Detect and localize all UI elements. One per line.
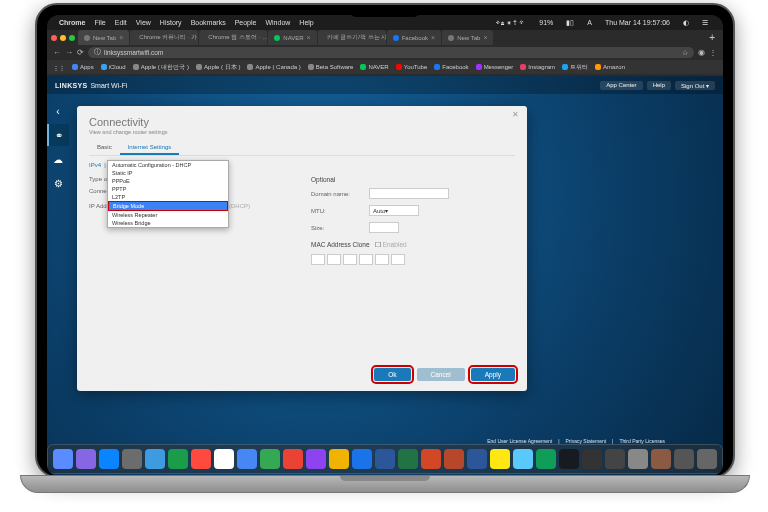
dock-app-icon[interactable] [168,449,188,469]
input-lang[interactable]: A [587,19,592,26]
dock-app-icon[interactable] [398,449,418,469]
dock-app-icon[interactable] [306,449,326,469]
domain-input[interactable] [369,188,449,199]
mac-1[interactable] [311,254,325,265]
bookmark-item[interactable]: 트위터 [562,63,588,72]
dropdown-option[interactable]: Wireless Repeater [108,211,228,219]
bookmark-item[interactable]: Amazon [595,64,625,70]
browser-tab[interactable]: Chrome 웹 스토어 · …× [199,30,267,45]
mac-2[interactable] [327,254,341,265]
dropdown-option[interactable]: Static IP [108,169,228,177]
dock-app-icon[interactable] [605,449,625,469]
dock-app-icon[interactable] [53,449,73,469]
menu-view[interactable]: View [136,19,151,26]
dock-app-icon[interactable] [260,449,280,469]
mtu-select[interactable]: Auto ▾ [369,205,419,216]
menu-people[interactable]: People [235,19,257,26]
dock-app-icon[interactable] [651,449,671,469]
mac-4[interactable] [359,254,373,265]
dock-app-icon[interactable] [283,449,303,469]
menu-edit[interactable]: Edit [115,19,127,26]
bookmark-item[interactable]: Beta Software [308,64,354,70]
siri-icon[interactable]: ◐ [683,19,689,27]
dropdown-option[interactable]: Automatic Configuration - DHCP [108,161,228,169]
browser-tab[interactable]: New Tab× [442,30,493,45]
dropdown-option[interactable]: Bridge Mode [108,201,228,211]
browser-tab[interactable]: NAVER× [268,30,316,45]
app-name[interactable]: Chrome [59,19,85,26]
menu-window[interactable]: Window [265,19,290,26]
reload-icon[interactable]: ⟳ [77,48,84,57]
dock-app-icon[interactable] [697,449,717,469]
dock-app-icon[interactable] [145,449,165,469]
new-tab-button[interactable]: + [705,32,719,43]
apps-shortcut-icon[interactable]: ⋮⋮ [53,64,65,71]
dock-app-icon[interactable] [352,449,372,469]
window-min-icon[interactable] [60,35,66,41]
dock-app-icon[interactable] [237,449,257,469]
tab-close-icon[interactable]: × [431,34,435,41]
dock-app-icon[interactable] [490,449,510,469]
tab-close-icon[interactable]: × [119,34,123,41]
nav-back-icon[interactable]: ‹ [47,100,69,122]
dock-app-icon[interactable] [674,449,694,469]
dropdown-option[interactable]: PPTP [108,185,228,193]
dock-app-icon[interactable] [329,449,349,469]
dropdown-option[interactable]: L2TP [108,193,228,201]
cancel-button[interactable]: Cancel [417,368,465,381]
help-button[interactable]: Help [647,81,671,90]
dock-app-icon[interactable] [122,449,142,469]
dock-app-icon[interactable] [536,449,556,469]
tab-basic[interactable]: Basic [89,141,120,155]
site-info-icon[interactable]: ⓘ [94,48,101,57]
apply-button[interactable]: Apply [471,368,515,381]
app-center-button[interactable]: App Center [600,81,642,90]
profile-icon[interactable]: ◉ [698,48,705,57]
dock-app-icon[interactable] [99,449,119,469]
dropdown-option[interactable]: Wireless Bridge [108,219,228,227]
dock-app-icon[interactable] [421,449,441,469]
dropdown-option[interactable]: PPPoE [108,177,228,185]
chrome-menu-icon[interactable]: ⋮ [709,48,717,57]
notification-icon[interactable]: ☰ [702,19,708,27]
forward-icon[interactable]: → [65,48,73,57]
bookmark-item[interactable]: Apple ( 대한민국 ) [133,63,189,72]
menu-bookmarks[interactable]: Bookmarks [191,19,226,26]
window-max-icon[interactable] [69,35,75,41]
size-input[interactable] [369,222,399,233]
menu-help[interactable]: Help [299,19,313,26]
bookmark-item[interactable]: YouTube [396,64,428,70]
dock-app-icon[interactable] [582,449,602,469]
panel-close-icon[interactable]: ✕ [512,110,519,119]
tab-close-icon[interactable]: × [307,34,311,41]
back-icon[interactable]: ← [53,48,61,57]
browser-tab[interactable]: 카페 글쓰기/책 쓰는 시간× [318,30,386,45]
dock-app-icon[interactable] [467,449,487,469]
menu-file[interactable]: File [94,19,105,26]
bookmark-item[interactable]: Messenger [476,64,514,70]
dock-app-icon[interactable] [628,449,648,469]
bookmark-item[interactable]: Instagram [520,64,555,70]
window-close-icon[interactable] [51,35,57,41]
dock-app-icon[interactable] [191,449,211,469]
tab-internet-settings[interactable]: Internet Settings [120,141,180,155]
dock-app-icon[interactable] [444,449,464,469]
mac-5[interactable] [375,254,389,265]
bookmark-item[interactable]: Facebook [434,64,468,70]
bookmark-item[interactable]: iCloud [101,64,126,70]
nav-settings-icon[interactable]: ⚙ [47,172,69,194]
bookmark-item[interactable]: Apple ( 日本 ) [196,63,240,72]
dock-app-icon[interactable] [76,449,96,469]
nav-wifi-icon[interactable]: ☁ [47,148,69,170]
tab-close-icon[interactable]: × [483,34,487,41]
bookmark-item[interactable]: Apps [72,64,94,70]
dock-app-icon[interactable] [513,449,533,469]
connection-type-dropdown[interactable]: Automatic Configuration - DHCPStatic IPP… [107,160,229,228]
bookmark-item[interactable]: Apple ( Canada ) [247,64,300,70]
menu-history[interactable]: History [160,19,182,26]
mac-3[interactable] [343,254,357,265]
dock-app-icon[interactable] [559,449,579,469]
dock-app-icon[interactable] [375,449,395,469]
browser-tab[interactable]: Facebook× [387,30,441,45]
dock-app-icon[interactable] [214,449,234,469]
